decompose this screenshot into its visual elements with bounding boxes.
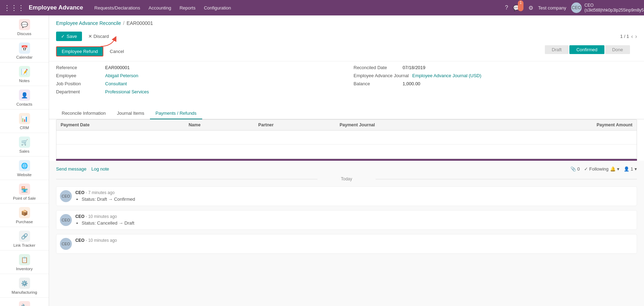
settings-icon[interactable]: ⚙ <box>528 5 533 11</box>
top-menus: Requests/DeclarationsAccountingReportsCo… <box>94 4 505 12</box>
sidebar-item-calendar[interactable]: 📅 Calendar <box>0 39 49 62</box>
breadcrumb: Employee Advance Reconcile / EAR000001 <box>49 15 644 29</box>
sidebar-item-link-tracker[interactable]: 🔗 Link Tracker <box>0 227 49 251</box>
sidebar: 💬 Discuss 📅 Calendar 📝 Notes 👤 Contacts … <box>0 15 49 306</box>
sidebar-item-label: Sales <box>19 149 29 153</box>
cancel-button[interactable]: Cancel <box>106 47 127 56</box>
pagination-text: 1 / 1 <box>620 34 629 39</box>
topbar-menu-accounting[interactable]: Accounting <box>148 4 172 12</box>
message-header: CEO - 10 minutes ago <box>75 214 633 219</box>
sidebar-item-point-of-sale[interactable]: 🏪 Point of Sale <box>0 180 49 204</box>
sidebar-item-website[interactable]: 🌐 Website <box>0 157 49 180</box>
form-row-reconciled-date: Reconciled Date 07/18/2019 <box>354 65 637 70</box>
app-title: Employee Advance <box>29 4 83 11</box>
discard-button[interactable]: ✕ Discard <box>85 32 112 41</box>
messages-container: CEO CEO - 7 minutes ago Status: Draft → … <box>56 186 637 254</box>
field-value: 1,000.00 <box>403 81 420 86</box>
table-row <box>56 145 637 159</box>
today-divider: Today <box>56 177 637 181</box>
sidebar-icon: 🔧 <box>19 301 30 306</box>
followers-count: 0 <box>577 166 580 172</box>
message-content: CEO - 7 minutes ago Status: Draft → Conf… <box>75 190 633 202</box>
message-avatar: CEO <box>60 190 72 202</box>
message-content: CEO - 10 minutes ago Status: Cancelled →… <box>75 214 633 226</box>
topbar: ⋮⋮⋮ Employee Advance Requests/Declaratio… <box>0 0 644 15</box>
breadcrumb-parent[interactable]: Employee Advance Reconcile <box>56 20 121 26</box>
activity-group[interactable]: 👤 1 ▾ <box>624 166 637 172</box>
sidebar-icon: ⚙️ <box>19 278 30 289</box>
sidebar-item-manufacturing[interactable]: ⚙️ Manufacturing <box>0 274 49 298</box>
status-step-confirmed[interactable]: Confirmed <box>569 45 604 54</box>
sidebar-icon: 🌐 <box>19 160 30 171</box>
user-activity-icon: 👤 <box>624 166 629 172</box>
topbar-menu-configuration[interactable]: Configuration <box>203 4 232 12</box>
check-following-icon: ✓ <box>584 166 588 172</box>
field-value: 07/18/2019 <box>403 65 425 70</box>
log-note-button[interactable]: Log note <box>91 166 109 172</box>
sidebar-icon: 📋 <box>19 254 30 265</box>
topbar-right: ? 💬 1 ⚙ Test company CEO CEO (s3kt5tl8|h… <box>505 2 640 13</box>
field-label: Employee <box>56 73 102 78</box>
prev-arrow[interactable]: ‹ <box>631 33 633 40</box>
following-group[interactable]: ✓ Following 🔔 ▾ <box>584 166 619 172</box>
form-row-job-position: Job Position Consultant <box>56 81 340 86</box>
topbar-menu-reports[interactable]: Reports <box>179 4 196 12</box>
following-bell-icon: 🔔 <box>610 166 616 172</box>
user-menu[interactable]: CEO CEO (s3kt5tl8|hhk0p3lp255inp9m8y57bu… <box>571 2 640 13</box>
sidebar-item-label: Inventory <box>16 267 33 271</box>
table-wrapper: Payment DateNamePartnerPayment JournalPa… <box>56 119 637 159</box>
message-item: CEO CEO - 10 minutes ago Status: Cancell… <box>56 210 637 230</box>
status-step-draft[interactable]: Draft <box>545 45 569 54</box>
message-header: CEO - 10 minutes ago <box>75 238 633 243</box>
sidebar-icon: 📦 <box>19 207 30 218</box>
status-step-done[interactable]: Done <box>605 45 630 54</box>
field-label: Reference <box>56 65 102 70</box>
company-selector[interactable]: Test company <box>538 5 566 11</box>
status-bar: DraftConfirmedDone <box>130 45 637 58</box>
form-row-department: Department Professional Services <box>56 89 340 94</box>
next-arrow[interactable]: › <box>635 33 637 40</box>
help-icon[interactable]: ? <box>505 5 508 11</box>
save-button[interactable]: ✓ Save <box>56 32 82 41</box>
sidebar-item-contacts[interactable]: 👤 Contacts <box>0 86 49 109</box>
topbar-menu-requestsdeclarations[interactable]: Requests/Declarations <box>94 4 141 12</box>
field-value: EAR000001 <box>105 65 130 70</box>
check-icon: ✓ <box>61 34 65 39</box>
tab-reconcile-information[interactable]: Reconcile Information <box>56 108 111 119</box>
chatter-area: Send message Log note 📎 0 ✓ Following 🔔 … <box>49 161 644 306</box>
sidebar-item-inventory[interactable]: 📋 Inventory <box>0 251 49 274</box>
tab-journal-items[interactable]: Journal Items <box>111 108 150 119</box>
field-value[interactable]: Abigail Peterson <box>105 73 138 78</box>
field-value[interactable]: Professional Services <box>105 89 149 94</box>
employee-refund-button[interactable]: Employee Refund <box>56 46 103 56</box>
action-toolbar: Employee Refund Cancel DraftConfirmedDon… <box>49 44 644 61</box>
send-message-button[interactable]: Send message <box>56 166 87 172</box>
message-avatar: CEO <box>60 238 72 250</box>
field-value[interactable]: Employee Advance Journal (USD) <box>412 73 481 78</box>
form-right: Reconciled Date 07/18/2019 Employee Adva… <box>354 65 637 97</box>
sidebar-item-sales[interactable]: 🛒 Sales <box>0 133 49 157</box>
user-avatar: CEO <box>571 2 582 13</box>
sidebar-item-purchase[interactable]: 📦 Purchase <box>0 204 49 227</box>
field-label: Balance <box>354 81 399 86</box>
notification-badge: 1 <box>518 0 523 11</box>
field-value[interactable]: Consultant <box>105 81 127 86</box>
main-layout: 💬 Discuss 📅 Calendar 📝 Notes 👤 Contacts … <box>0 15 644 306</box>
table-header-payment-journal: Payment Journal <box>335 120 485 131</box>
following-label: Following <box>589 166 609 172</box>
sidebar-icon: 🏪 <box>19 184 30 195</box>
sidebar-item-repairs[interactable]: 🔧 Repairs <box>0 298 49 306</box>
table-header-payment-date: Payment Date <box>56 120 184 131</box>
sidebar-item-notes[interactable]: 📝 Notes <box>0 62 49 86</box>
grid-icon[interactable]: ⋮⋮⋮ <box>4 4 25 12</box>
form-toolbar: ✓ Save ✕ Discard 1 / 1 ‹ › <box>49 29 644 44</box>
content-area: Employee Advance Reconcile / EAR000001 ✓… <box>49 15 644 306</box>
sidebar-item-crm[interactable]: 📊 CRM <box>0 109 49 133</box>
tab-payments-refunds[interactable]: Payments / Refunds <box>150 108 202 119</box>
sidebar-item-label: Website <box>17 173 32 177</box>
followers-icon-group[interactable]: 📎 0 <box>570 166 580 172</box>
sidebar-item-discuss[interactable]: 💬 Discuss <box>0 15 49 39</box>
table-header-partner: Partner <box>254 120 335 131</box>
sidebar-item-label: Contacts <box>16 102 32 106</box>
sidebar-item-label: Purchase <box>16 220 33 224</box>
